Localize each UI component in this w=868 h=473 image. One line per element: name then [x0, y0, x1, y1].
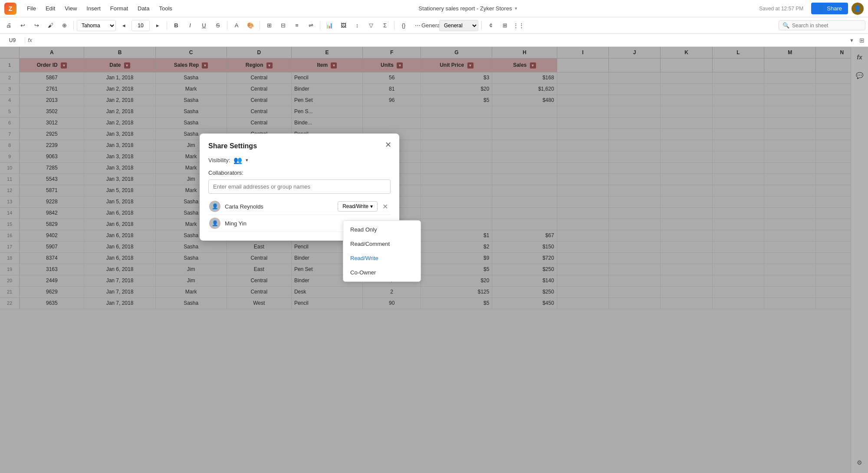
separator6 [394, 21, 395, 30]
permission-read-write[interactable]: Read/Write [343, 251, 421, 265]
search-input[interactable] [792, 23, 861, 29]
avatar[interactable]: 👤 [852, 3, 864, 15]
separator7 [481, 21, 482, 30]
collaborators-label: Collaborators: [208, 170, 391, 176]
visibility-icon: 👥 [233, 156, 242, 164]
font-decrease-icon[interactable]: ◂ [118, 20, 130, 32]
font-color-icon[interactable]: A [230, 20, 243, 32]
sheet-container: A B C D E F G H I J K L M N 1 Order ID ▾… [0, 47, 868, 473]
right-panel-toggle[interactable]: ⊞ [859, 37, 865, 44]
menu-format[interactable]: Format [106, 3, 132, 13]
expand-formula-icon[interactable]: ▼ [849, 38, 854, 43]
menu-edit[interactable]: Edit [41, 3, 59, 13]
formula-bar: U9 fx ▼ ⊞ [0, 34, 868, 47]
currency-icon[interactable]: ¢ [485, 20, 497, 32]
undo-icon[interactable]: ↩ [16, 20, 29, 32]
formula-icon[interactable]: {} [398, 20, 410, 32]
app-logo: Z [4, 3, 16, 15]
visibility-row: Visibility: 👥 ▾ [208, 156, 391, 164]
permission-dropdown-button-0[interactable]: Read/Write ▾ [338, 201, 378, 212]
font-increase-icon[interactable]: ▸ [151, 20, 164, 32]
merge-icon[interactable]: ⊟ [277, 20, 289, 32]
collaborator-avatar-1: 👤 [209, 218, 220, 229]
separator2 [167, 21, 167, 30]
paint-format-icon[interactable]: 🖌 [44, 20, 56, 32]
borders-icon[interactable]: ⊞ [263, 20, 275, 32]
underline-button[interactable]: U [198, 20, 210, 32]
menu-data[interactable]: Data [133, 3, 154, 13]
permission-options-dropdown: Read Only Read/Comment Read/Write Co-Own… [343, 220, 421, 282]
chevron-icon: ▾ [370, 203, 373, 209]
sum-icon[interactable]: Σ [379, 20, 391, 32]
grid-icon[interactable]: ⊞ [499, 20, 511, 32]
collaborator-avatar-0: 👤 [209, 201, 220, 212]
zoom-icon[interactable]: ⊕ [58, 20, 70, 32]
font-select[interactable]: Tahoma [77, 20, 116, 31]
toolbar: 🖨 ↩ ↪ 🖌 ⊕ Tahoma ◂ ▸ B I U S A 🎨 ⊞ ⊟ ≡ ⇌… [0, 17, 868, 34]
chevron-down-icon[interactable]: ▾ [515, 6, 517, 11]
share-button[interactable]: 👤 Share [811, 3, 848, 14]
fill-color-icon[interactable]: 🎨 [244, 20, 256, 32]
document-title: Stationery sales report - Zyker Stores ▾ [180, 5, 756, 12]
menu-file[interactable]: File [23, 3, 40, 13]
filter-icon[interactable]: ▽ [365, 20, 377, 32]
formula-input[interactable] [35, 37, 847, 43]
dialog-title: Share Settings [208, 142, 391, 150]
separator3 [227, 21, 227, 30]
sort-icon[interactable]: ↕ [351, 20, 363, 32]
top-bar: Z File Edit View Insert Format Data Tool… [0, 0, 868, 17]
visibility-label: Visibility: [208, 157, 230, 163]
number-format-select[interactable]: General [439, 20, 478, 31]
collaborator-name-0: Carla Reynolds [225, 203, 338, 210]
wrap-icon[interactable]: ⇌ [305, 20, 317, 32]
permission-read-comment[interactable]: Read/Comment [343, 237, 421, 251]
search-icon: 🔍 [783, 22, 789, 29]
align-icon[interactable]: ≡ [291, 20, 303, 32]
more-tools-icon[interactable]: ⋮⋮ [513, 20, 525, 32]
image-icon[interactable]: 🖼 [337, 20, 349, 32]
search-bar: 🔍 [779, 20, 865, 30]
separator5 [320, 21, 320, 30]
bold-button[interactable]: B [170, 20, 182, 32]
permission-co-owner[interactable]: Co-Owner [343, 265, 421, 280]
permission-read-only[interactable]: Read Only [343, 222, 421, 237]
number-format-icon[interactable]: General [425, 20, 437, 32]
menu-tools[interactable]: Tools [155, 3, 176, 13]
fx-icon: fx [28, 37, 32, 43]
chart-icon[interactable]: 📊 [323, 20, 335, 32]
close-dialog-button[interactable]: ✕ [383, 140, 393, 150]
menu-insert[interactable]: Insert [82, 3, 105, 13]
save-status: Saved at 12:57 PM [759, 6, 803, 12]
italic-button[interactable]: I [184, 20, 196, 32]
remove-collaborator-0[interactable]: ✕ [380, 202, 390, 211]
separator4 [260, 21, 260, 30]
collaborator-row-0: 👤 Carla Reynolds Read/Write ▾ ✕ [208, 198, 391, 215]
share-icon: 👤 [817, 5, 824, 12]
chevron-down-icon[interactable]: ▾ [246, 157, 248, 163]
modal-overlay[interactable]: Share Settings ✕ Visibility: 👥 ▾ Collabo… [0, 47, 868, 473]
strikethrough-button[interactable]: S [212, 20, 224, 32]
collaborator-email-input[interactable] [208, 179, 391, 194]
print-icon[interactable]: 🖨 [3, 20, 15, 32]
separator [73, 21, 74, 30]
menu-view[interactable]: View [60, 3, 81, 13]
cell-reference[interactable]: U9 [3, 37, 25, 43]
redo-icon[interactable]: ↪ [30, 20, 43, 32]
menu-bar: File Edit View Insert Format Data Tools [23, 3, 177, 13]
font-size-input[interactable] [132, 20, 150, 31]
